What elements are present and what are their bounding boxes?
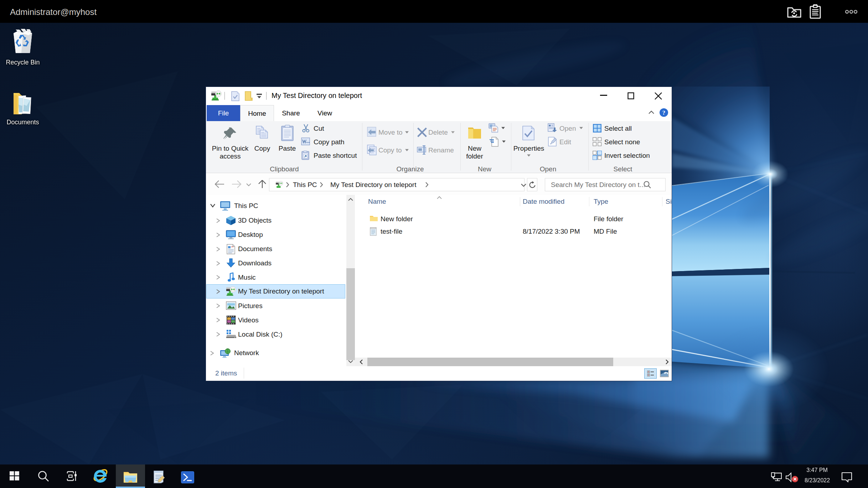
svg-text:?: ?: [662, 109, 666, 116]
